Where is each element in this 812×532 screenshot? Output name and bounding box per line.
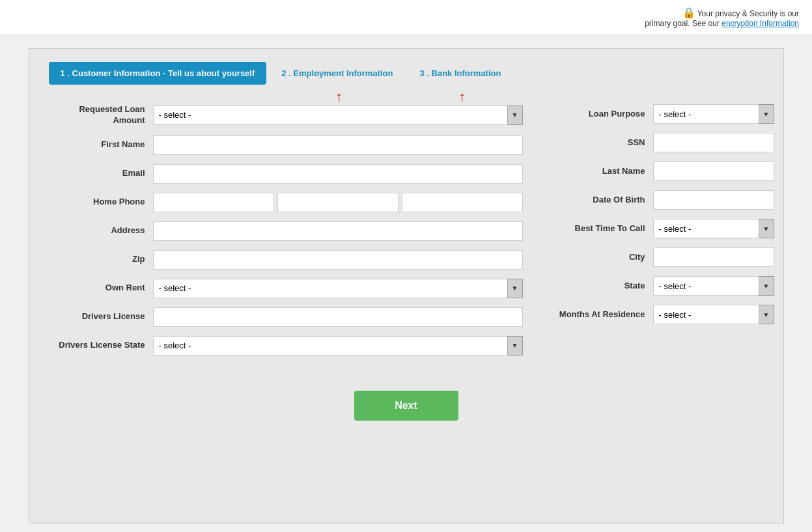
drivers-license-state-label: Drivers License State — [49, 340, 153, 351]
step1-button[interactable]: 1 . Customer Information - Tell us about… — [49, 62, 267, 85]
step3-wrapper: 3 . Bank Information ↑ — [408, 62, 516, 85]
address-input[interactable] — [153, 221, 523, 241]
months-at-residence-row: Months At Residence - select - ▼ — [549, 305, 774, 324]
months-at-residence-select[interactable]: - select - — [653, 305, 774, 324]
step1-wrapper: 1 . Customer Information - Tell us about… — [49, 62, 270, 85]
wizard-steps: 1 . Customer Information - Tell us about… — [49, 62, 764, 85]
drivers-license-state-wrapper: - select - ▼ — [153, 336, 523, 356]
last-name-input[interactable] — [653, 161, 774, 181]
own-rent-label: Own Rent — [49, 283, 153, 294]
home-phone-label: Home Phone — [49, 197, 153, 208]
step2-wrapper: 2 . Employment Information ↑ — [270, 62, 408, 85]
drivers-license-label: Drivers License — [49, 311, 153, 322]
requested-loan-amount-label: Requested LoanAmount — [49, 104, 153, 126]
step3-button[interactable]: 3 . Bank Information — [408, 62, 512, 85]
loan-purpose-wrapper: - select - ▼ — [653, 104, 774, 124]
months-at-residence-label: Months At Residence — [549, 309, 653, 320]
email-label: Email — [49, 168, 153, 179]
loan-purpose-row: Loan Purpose - select - ▼ — [549, 104, 774, 124]
loan-purpose-label: Loan Purpose — [549, 109, 653, 120]
own-rent-row: Own Rent - select - ▼ — [49, 279, 523, 298]
requested-loan-amount-wrapper: - select - ▼ — [153, 105, 523, 125]
city-input[interactable] — [653, 247, 774, 267]
best-time-to-call-wrapper: - select - ▼ — [653, 219, 774, 238]
next-button-row: Next — [49, 391, 764, 421]
address-row: Address — [49, 221, 523, 241]
email-input[interactable] — [153, 164, 523, 184]
lock-icon: 🔒 — [682, 7, 695, 18]
email-row: Email — [49, 164, 523, 184]
privacy-notice: 🔒 Your privacy & Security is our primary… — [645, 7, 799, 28]
right-column: Loan Purpose - select - ▼ SSN Last Name — [549, 104, 774, 365]
state-select[interactable]: - select - — [653, 276, 774, 296]
requested-loan-amount-select[interactable]: - select - — [153, 105, 523, 125]
last-name-row: Last Name — [549, 161, 774, 181]
address-label: Address — [49, 225, 153, 236]
state-label: State — [549, 281, 653, 292]
next-button[interactable]: Next — [354, 391, 458, 421]
state-wrapper: - select - ▼ — [653, 276, 774, 296]
first-name-row: First Name — [49, 135, 523, 155]
left-column: Requested LoanAmount - select - ▼ First … — [49, 104, 523, 365]
ssn-label: SSN — [549, 137, 653, 148]
privacy-line1: Your privacy & Security is our — [697, 9, 799, 18]
home-phone-group — [153, 193, 523, 212]
step2-button[interactable]: 2 . Employment Information — [270, 62, 404, 85]
best-time-to-call-select[interactable]: - select - — [653, 219, 774, 238]
date-of-birth-input[interactable] — [653, 190, 774, 210]
requested-loan-amount-row: Requested LoanAmount - select - ▼ — [49, 104, 523, 126]
encryption-link[interactable]: encryption Information — [721, 19, 799, 28]
months-at-residence-wrapper: - select - ▼ — [653, 305, 774, 324]
home-phone-input2[interactable] — [277, 193, 399, 212]
best-time-to-call-label: Best Time To Call — [549, 223, 653, 234]
best-time-to-call-row: Best Time To Call - select - ▼ — [549, 219, 774, 238]
home-phone-input1[interactable] — [153, 193, 274, 212]
privacy-line2: primary goal. See our — [645, 19, 720, 28]
zip-row: Zip — [49, 250, 523, 270]
drivers-license-input[interactable] — [153, 307, 523, 327]
step3-arrow: ↑ — [458, 90, 465, 103]
form-area: Requested LoanAmount - select - ▼ First … — [49, 104, 764, 365]
city-row: City — [549, 247, 774, 267]
step2-arrow: ↑ — [335, 90, 342, 103]
loan-purpose-select[interactable]: - select - — [653, 104, 774, 124]
first-name-label: First Name — [49, 139, 153, 150]
date-of-birth-row: Date Of Birth — [549, 190, 774, 210]
city-label: City — [549, 252, 653, 263]
own-rent-wrapper: - select - ▼ — [153, 279, 523, 298]
zip-label: Zip — [49, 254, 153, 265]
ssn-input[interactable] — [653, 133, 774, 152]
drivers-license-state-row: Drivers License State - select - ▼ — [49, 336, 523, 356]
date-of-birth-label: Date Of Birth — [549, 195, 653, 206]
home-phone-row: Home Phone — [49, 193, 523, 212]
last-name-label: Last Name — [549, 166, 653, 177]
state-row: State - select - ▼ — [549, 276, 774, 296]
zip-input[interactable] — [153, 250, 523, 270]
first-name-input[interactable] — [153, 135, 523, 155]
drivers-license-state-select[interactable]: - select - — [153, 336, 523, 356]
own-rent-select[interactable]: - select - — [153, 279, 523, 298]
ssn-row: SSN — [549, 133, 774, 152]
main-container: 1 . Customer Information - Tell us about… — [29, 48, 784, 524]
home-phone-input3[interactable] — [402, 193, 523, 212]
top-bar: 🔒 Your privacy & Security is our primary… — [0, 0, 812, 35]
drivers-license-row: Drivers License — [49, 307, 523, 327]
